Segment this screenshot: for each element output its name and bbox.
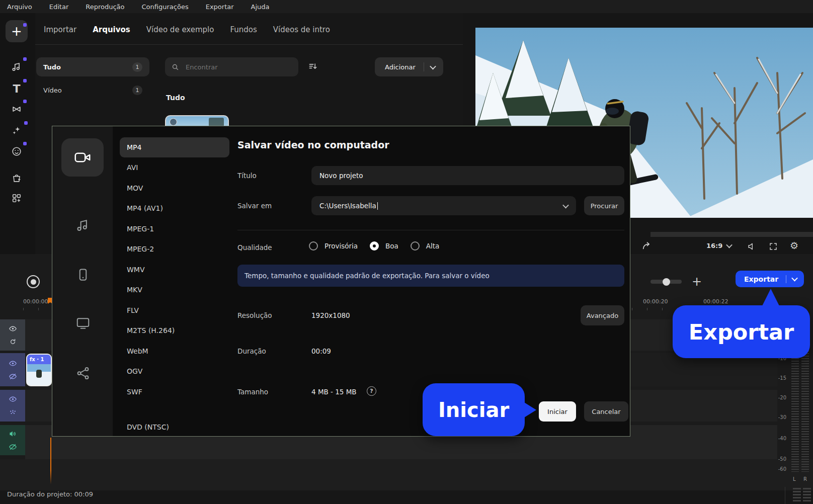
info-banner: Tempo, tamanho e qualidade padrão de exp… — [237, 265, 624, 287]
browse-button[interactable]: Procurar — [584, 196, 624, 215]
callout-arrow-right — [524, 402, 536, 417]
add-dropdown-icon[interactable] — [430, 63, 436, 69]
format-swf[interactable]: SWF — [120, 382, 229, 402]
section-title: Tudo — [166, 94, 185, 102]
export-callout-bubble: Exportar — [673, 305, 810, 358]
export-dropdown-icon[interactable] — [791, 275, 798, 282]
chevron-down-icon — [726, 242, 733, 248]
clip-fx-badge: fx · 1 — [27, 355, 51, 364]
notification-dot — [24, 121, 28, 125]
share-icon — [75, 366, 91, 381]
quality-option-alta[interactable]: Alta — [411, 241, 440, 250]
filter-all[interactable]: Tudo 1 — [36, 57, 149, 76]
format-mpeg1[interactable]: MPEG-1 — [120, 219, 229, 239]
quality-options: Provisória Boa Alta — [309, 241, 439, 250]
tab-importar[interactable]: Importar — [44, 25, 76, 34]
tab-video-de-exemplo[interactable]: Vídeo de exemplo — [146, 25, 214, 34]
mute-icon[interactable] — [747, 242, 756, 251]
export-button[interactable]: Exportar — [736, 271, 804, 287]
fullscreen-icon[interactable] — [769, 242, 778, 251]
callout-arrow-up — [762, 289, 779, 306]
format-mp4-av1[interactable]: MP4 (AV1) — [120, 198, 229, 218]
format-mp4[interactable]: MP4 — [120, 137, 229, 157]
format-mov[interactable]: MOV — [120, 178, 229, 198]
menu-configuracoes[interactable]: Configurações — [142, 3, 189, 11]
apps-icon[interactable] — [6, 187, 28, 209]
redo-share-icon[interactable] — [641, 240, 653, 251]
tv-destination-tab[interactable] — [75, 315, 91, 330]
advanced-button[interactable]: Avançado — [581, 305, 624, 325]
add-button[interactable]: Adicionar — [375, 57, 443, 76]
seek-bar[interactable] — [651, 232, 813, 237]
share-destination-tab[interactable] — [75, 366, 91, 381]
sync-loop-icon[interactable] — [9, 338, 17, 346]
tab-videos-de-intro[interactable]: Vídeos de intro — [273, 25, 330, 34]
radio-unselected-icon — [309, 241, 318, 250]
dialog-title: Salvar vídeo no computador — [237, 139, 389, 150]
settings-gear-icon[interactable]: ⚙ — [790, 240, 798, 251]
title-input[interactable] — [311, 171, 612, 180]
dialog-divider — [237, 230, 624, 230]
format-mpeg2[interactable]: MPEG-2 — [120, 239, 229, 259]
tab-arquivos[interactable]: Arquivos — [93, 25, 130, 34]
slider-knob[interactable] — [663, 278, 670, 286]
device-destination-tab[interactable] — [75, 267, 91, 282]
menu-editar[interactable]: Editar — [49, 3, 69, 11]
menu-reproducao[interactable]: Reprodução — [86, 3, 124, 11]
dialog-destination-rail — [52, 126, 113, 437]
add-track-icon[interactable]: + — [692, 275, 702, 289]
start-button[interactable]: Iniciar — [539, 401, 576, 422]
visibility-eye-icon[interactable] — [9, 395, 17, 403]
tab-fundos[interactable]: Fundos — [230, 25, 257, 34]
size-value: 4 MB - 15 MB — [311, 388, 357, 396]
timeline-zoom-slider[interactable] — [651, 280, 682, 284]
format-mkv[interactable]: MKV — [120, 280, 229, 300]
playhead-line[interactable] — [50, 438, 51, 484]
meter-bar-right — [801, 348, 809, 472]
menu-arquivo[interactable]: Arquivo — [7, 3, 32, 11]
format-wmv[interactable]: WMV — [120, 260, 229, 280]
timeline-clip[interactable]: fx · 1 — [26, 354, 52, 386]
audio-destination-tab[interactable] — [75, 218, 91, 233]
format-dvd-ntsc[interactable]: DVD (NTSC) — [120, 417, 229, 437]
notification-dot — [23, 142, 27, 145]
save-path-select[interactable]: C:\Users\Isabella — [311, 196, 576, 215]
phone-icon — [75, 267, 91, 282]
format-ogv[interactable]: OGV — [120, 361, 229, 381]
format-flv[interactable]: FLV — [120, 300, 229, 320]
notification-dot — [23, 57, 27, 61]
cancel-button[interactable]: Cancelar — [584, 401, 628, 422]
visibility-off-icon[interactable] — [9, 372, 17, 381]
duration-label: Duração — [237, 347, 266, 355]
confetti-icon[interactable] — [9, 408, 17, 416]
filter-video[interactable]: Vídeo 1 — [36, 81, 149, 99]
export-dialog: MP4 AVI MOV MP4 (AV1) MPEG-1 MPEG-2 WMV … — [52, 126, 630, 437]
save-path-label: Salvar em — [237, 202, 272, 210]
search-input[interactable] — [185, 63, 287, 71]
visibility-off-icon[interactable] — [9, 443, 17, 451]
project-duration-status: Duração do projeto: 00:09 — [7, 490, 93, 498]
menu-exportar[interactable]: Exportar — [206, 3, 234, 11]
help-icon[interactable]: ? — [367, 386, 376, 396]
quality-option-boa[interactable]: Boa — [370, 241, 398, 250]
quality-option-provisoria[interactable]: Provisória — [309, 241, 358, 250]
visibility-eye-icon[interactable] — [9, 324, 17, 333]
media-thumbnail[interactable] — [165, 115, 229, 127]
record-button[interactable] — [27, 275, 40, 288]
mini-meter — [793, 488, 801, 503]
mini-meter — [803, 488, 811, 503]
visibility-eye-icon[interactable] — [9, 359, 17, 368]
format-avi[interactable]: AVI — [120, 157, 229, 178]
computer-destination-tab[interactable] — [61, 138, 104, 177]
aspect-ratio-dropdown[interactable]: 16:9 — [706, 242, 731, 249]
store-icon[interactable] — [6, 167, 28, 189]
menu-ajuda[interactable]: Ajuda — [251, 3, 270, 11]
format-m2ts[interactable]: M2TS (H.264) — [120, 320, 229, 341]
sort-icon[interactable] — [308, 61, 318, 71]
radio-selected-icon — [370, 241, 379, 250]
start-callout-bubble: Iniciar — [423, 383, 525, 436]
format-webm[interactable]: WebM — [120, 341, 229, 361]
text-caret — [377, 202, 378, 210]
audio-speaker-icon[interactable] — [9, 430, 17, 438]
menubar: Arquivo Editar Reprodução Configurações … — [0, 0, 813, 13]
